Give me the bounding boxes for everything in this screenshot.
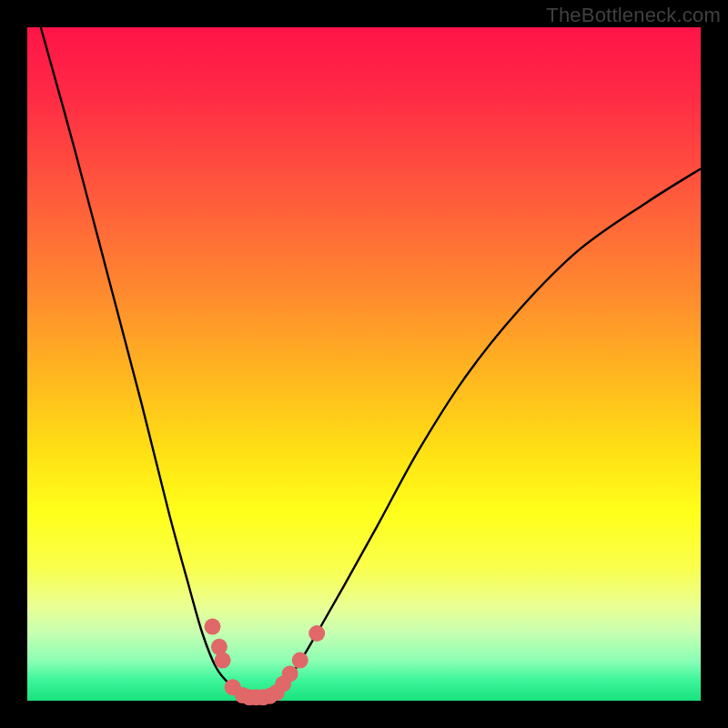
curve-marker — [205, 619, 221, 635]
watermark-text: TheBottleneck.com — [546, 4, 721, 27]
chart-frame: TheBottleneck.com — [0, 0, 728, 728]
plot-area — [27, 27, 701, 701]
curve-markers — [205, 619, 326, 706]
curve-marker — [215, 652, 231, 669]
bottleneck-curve — [41, 27, 701, 698]
curve-layer — [27, 27, 701, 701]
curve-marker — [282, 665, 298, 682]
curve-marker — [308, 625, 325, 642]
curve-marker — [292, 652, 308, 669]
